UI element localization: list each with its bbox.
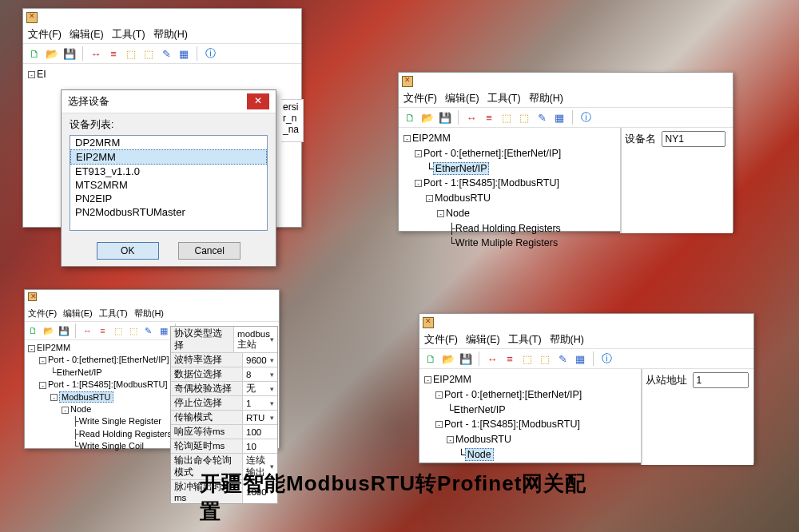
menu-file[interactable]: 文件(F) xyxy=(28,308,57,320)
tree-port1[interactable]: Port - 1:[RS485]:[ModbusRTU] xyxy=(423,177,559,189)
menu-file[interactable]: 文件(F) xyxy=(403,92,437,105)
new-icon[interactable]: 🗋 xyxy=(403,111,416,124)
menu-help[interactable]: 帮助(H) xyxy=(529,92,563,105)
new-icon[interactable]: 🗋 xyxy=(28,47,41,60)
property-value[interactable]: modbus主站▾ xyxy=(234,327,277,352)
toolbar-icon-6[interactable]: ▦ xyxy=(177,47,190,60)
menu-help[interactable]: 帮助(H) xyxy=(134,308,164,320)
tree-node[interactable]: Node xyxy=(70,404,91,414)
tree-rhr[interactable]: Read Holding Registers xyxy=(79,429,172,439)
menu-edit[interactable]: 编辑(E) xyxy=(445,92,479,105)
dropdown-icon[interactable]: ▾ xyxy=(270,414,274,422)
property-value[interactable]: 10 xyxy=(243,439,277,453)
ti6[interactable]: ▦ xyxy=(158,326,169,336)
property-row[interactable]: 协议类型选择modbus主站▾ xyxy=(171,327,277,353)
tree-port1[interactable]: Port - 1:[RS485]:[ModbusRTU] xyxy=(444,419,580,430)
save-icon[interactable]: 💾 xyxy=(63,47,76,60)
dropdown-icon[interactable]: ▾ xyxy=(270,356,274,364)
device-tree[interactable]: -EIP2MM -Port - 0:[ethernet]:[EtherNet/I… xyxy=(399,128,621,233)
property-row[interactable]: 奇偶校验选择无▾ xyxy=(171,382,277,396)
dropdown-icon[interactable]: ▾ xyxy=(270,371,274,379)
ti2[interactable]: ≡ xyxy=(503,352,516,365)
tree-modbus-selected[interactable]: ModbusRTU xyxy=(59,391,113,403)
list-item[interactable]: MTS2MRM xyxy=(70,178,267,192)
property-value[interactable]: 100 xyxy=(243,425,277,439)
toolbar-icon-3[interactable]: ⬚ xyxy=(125,47,137,60)
tree-write-multiple[interactable]: Write Muliple Registers xyxy=(455,237,558,248)
toolbar-icon-1[interactable]: ↔ xyxy=(89,47,102,60)
expand-icon[interactable]: - xyxy=(28,71,35,78)
ti4[interactable]: ⬚ xyxy=(539,352,551,365)
menu-help[interactable]: 帮助(H) xyxy=(550,333,584,347)
dropdown-icon[interactable]: ▾ xyxy=(270,335,274,343)
ti1[interactable]: ↔ xyxy=(486,352,499,365)
save-icon[interactable]: 💾 xyxy=(439,111,451,124)
menu-edit[interactable]: 编辑(E) xyxy=(466,333,500,347)
tree-modbus[interactable]: ModbusRTU xyxy=(435,193,491,204)
toolbar-icon-4[interactable]: ⬚ xyxy=(142,47,155,60)
ti4[interactable]: ⬚ xyxy=(128,326,138,336)
tree-root[interactable]: EIP2MM xyxy=(412,133,451,144)
toolbar-icon-5[interactable]: ✎ xyxy=(535,111,548,124)
close-icon[interactable]: ✕ xyxy=(247,93,269,109)
toolbar-icon-5[interactable]: ✎ xyxy=(160,47,173,60)
menu-tool[interactable]: 工具(T) xyxy=(99,308,128,320)
tree-port1[interactable]: Port - 1:[RS485]:[ModbusRTU] xyxy=(48,379,168,389)
menu-help[interactable]: 帮助(H) xyxy=(153,28,188,42)
tree-node[interactable]: Node xyxy=(446,208,470,219)
tree-read-holding[interactable]: Read Holding Registers xyxy=(455,223,561,234)
property-value[interactable]: 1▾ xyxy=(243,396,277,410)
device-list[interactable]: DP2MRM EIP2MM ET913_v1.1.0 MTS2MRM PN2EI… xyxy=(70,135,268,231)
property-row[interactable]: 停止位选择1▾ xyxy=(171,396,277,411)
toolbar-icon-3[interactable]: ⬚ xyxy=(500,111,513,124)
open-icon[interactable]: 📂 xyxy=(421,111,434,124)
list-item-selected[interactable]: EIP2MM xyxy=(70,149,267,165)
tree-node-selected[interactable]: Node xyxy=(465,448,494,461)
device-tree[interactable]: -EIP2MM -Port - 0:[ethernet]:[EtherNet/I… xyxy=(419,369,642,465)
save-icon[interactable]: 💾 xyxy=(459,352,472,365)
list-item[interactable]: PN2EIP xyxy=(70,192,267,205)
cancel-button[interactable]: Cancel xyxy=(178,242,240,260)
tree-root[interactable]: EIP2MM xyxy=(37,343,70,352)
ti6[interactable]: ▦ xyxy=(574,352,586,365)
slave-addr-input[interactable] xyxy=(693,372,749,388)
tree-wsr[interactable]: Write Single Register xyxy=(79,416,161,426)
tree-modbus[interactable]: ModbusRTU xyxy=(455,434,511,445)
open-icon[interactable]: 📂 xyxy=(442,352,455,365)
ti2[interactable]: ≡ xyxy=(97,326,108,336)
ti5[interactable]: ✎ xyxy=(556,352,569,365)
property-row[interactable]: 传输模式RTU▾ xyxy=(171,411,277,425)
toolbar-icon-4[interactable]: ⬚ xyxy=(518,111,531,124)
tree-wsc[interactable]: Write Single Coil xyxy=(79,441,144,451)
list-item[interactable]: DP2MRM xyxy=(70,136,267,149)
ti3[interactable]: ⬚ xyxy=(521,352,534,365)
list-item[interactable]: ET913_v1.1.0 xyxy=(70,165,267,178)
toolbar-icon-1[interactable]: ↔ xyxy=(465,111,478,124)
open-icon[interactable]: 📂 xyxy=(43,326,54,336)
menu-tool[interactable]: 工具(T) xyxy=(508,333,542,347)
menu-file[interactable]: 文件(F) xyxy=(424,333,458,347)
device-name-input[interactable] xyxy=(662,131,725,147)
menu-file[interactable]: 文件(F) xyxy=(28,28,62,42)
tree-ethip[interactable]: EtherNet/IP xyxy=(57,367,102,377)
ti3[interactable]: ⬚ xyxy=(113,326,123,336)
tree-root[interactable]: EIP2MM xyxy=(433,374,471,385)
tree-ethernetip-selected[interactable]: EtherNet/IP xyxy=(433,162,490,175)
tree-root-partial[interactable]: EI xyxy=(37,69,46,80)
ti1[interactable]: ↔ xyxy=(82,326,93,336)
dropdown-icon[interactable]: ▾ xyxy=(270,399,274,407)
menu-tool[interactable]: 工具(T) xyxy=(487,92,521,105)
dropdown-icon[interactable]: ▾ xyxy=(270,385,274,393)
tree-port0[interactable]: Port - 0:[ethernet]:[EtherNet/IP] xyxy=(48,355,169,364)
ok-button[interactable]: OK xyxy=(97,242,159,260)
ti5[interactable]: ✎ xyxy=(143,326,153,336)
property-value[interactable]: 8▾ xyxy=(243,367,277,381)
device-tree[interactable]: -EI xyxy=(23,64,301,85)
toolbar-icon-6[interactable]: ▦ xyxy=(553,111,566,124)
tree-port0[interactable]: Port - 0:[ethernet]:[EtherNet/IP] xyxy=(444,389,582,400)
property-row[interactable]: 响应等待ms100 xyxy=(171,425,277,439)
tree-port0[interactable]: Port - 0:[ethernet]:[EtherNet/IP] xyxy=(423,148,561,159)
new-icon[interactable]: 🗋 xyxy=(424,352,437,365)
property-row[interactable]: 波特率选择9600▾ xyxy=(171,353,277,367)
info-icon[interactable]: ⓘ xyxy=(204,47,217,60)
